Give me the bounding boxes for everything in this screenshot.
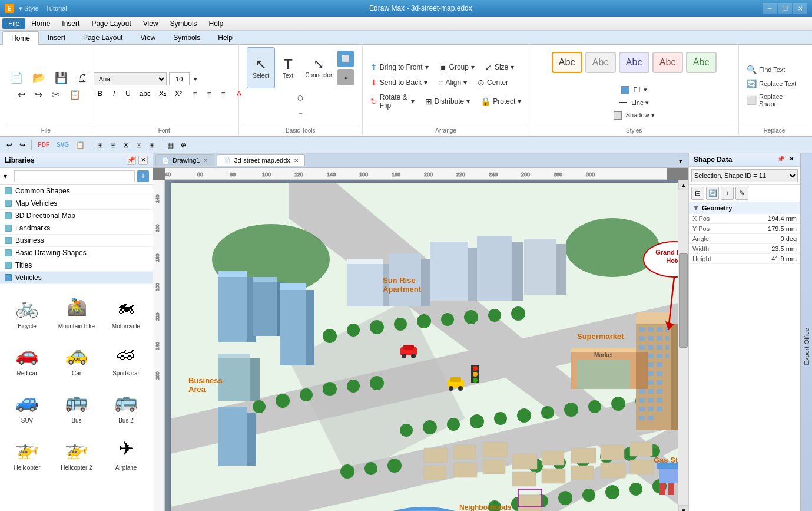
style-btn-4[interactable]: Abc [652,52,683,73]
new-btn[interactable]: 📄 [6,70,27,86]
tab-3d-street-map[interactable]: 📄 3d-street-map.eddx ✕ [217,154,304,166]
menu-view[interactable]: View [137,18,164,29]
tb2-btn5[interactable]: ⊞ [146,139,158,151]
sd-refresh-btn[interactable]: 🔄 [706,187,719,200]
lib-search-input[interactable] [14,170,135,182]
undo-quick-btn[interactable]: ↩ [4,139,15,151]
select-tool-btn[interactable]: ↖ Select [247,47,275,88]
lib-item-bus2[interactable]: 🚌 Bus 2 [102,382,150,427]
menu-home[interactable]: Home [25,18,56,29]
shape-id-select[interactable]: Selection, Shape ID = 11 [691,169,798,182]
menu-file[interactable]: File [2,18,25,29]
distribute-btn[interactable]: ⊞ Distribute ▾ [421,95,475,108]
tab-insert[interactable]: Insert [39,31,74,44]
undo-btn[interactable]: ↩ [14,87,29,102]
print-btn[interactable]: 🖨 [73,70,92,86]
export-btn[interactable]: 📋 [73,139,88,151]
scroll-down-btn[interactable]: ▼ [678,505,688,511]
paste-btn[interactable]: 📋 [65,87,85,102]
lib-cat-vehicles[interactable]: Vehicles [0,272,153,284]
title-tutorial-btn[interactable]: Tutorial [46,5,67,12]
shape-data-pin-btn[interactable]: 📌 [777,156,785,164]
lib-item-bus[interactable]: 🚌 Bus [53,382,100,427]
tb2-btn6[interactable]: ▦ [164,139,177,151]
shape-tool-2[interactable]: ⬥ [337,69,354,85]
style-btn-1[interactable]: Abc [552,52,582,73]
align-right-btn[interactable]: ≡ [217,88,230,99]
restore-button[interactable]: ❐ [778,3,792,14]
sd-edit-btn[interactable]: ✎ [735,187,748,200]
lib-add-btn[interactable]: + [137,170,149,182]
group-btn[interactable]: ▣ Group ▾ [435,61,479,74]
save-btn[interactable]: 💾 [51,70,72,86]
lib-item-helicopter[interactable]: 🚁 Helicopter [4,429,51,474]
center-btn[interactable]: ⊙ Center [473,76,512,89]
tab-3d-street-map-close[interactable]: ✕ [294,157,299,164]
style-btn-5[interactable]: Abc [686,52,717,73]
replace-text-btn[interactable]: 🔄 Replace Text [743,77,800,90]
menu-symbols[interactable]: Symbols [164,18,203,29]
tab-drawing1[interactable]: 📄 Drawing1 ✕ [155,154,214,166]
lib-item-bicycle[interactable]: 🚲 Bicycle [4,288,51,332]
lib-cat-titles[interactable]: Titles [0,259,153,272]
v-scroll-thumb[interactable] [679,253,688,348]
lib-item-red-car[interactable]: 🚗 Red car [4,335,51,380]
font-family-select[interactable]: Arial Times New Roman Calibri [94,72,167,85]
italic-btn[interactable]: I [108,88,121,99]
lib-item-car[interactable]: 🚕 Car [53,335,100,380]
cut-btn[interactable]: ✂ [48,87,64,102]
canvas-content[interactable]: Market [165,180,678,511]
text-tool-btn[interactable]: T Text [276,47,300,88]
align-center-btn[interactable]: ≡ [203,88,216,99]
tb2-btn1[interactable]: ⊞ [94,139,106,151]
fill-btn[interactable]: Fill ▾ [609,84,659,96]
style-btn-2[interactable]: Abc [585,52,616,73]
lib-item-mountain-bike[interactable]: 🚵 Mountain bike [53,288,100,332]
lib-item-helicopter2[interactable]: 🚁 Helicopter 2 [53,429,100,474]
tab-drawing1-close[interactable]: ✕ [203,157,208,164]
title-style-btn[interactable]: ▾ Style [19,5,39,12]
lib-cat-basic-drawing[interactable]: Basic Drawing Shapes [0,247,153,259]
rotate-flip-btn[interactable]: ↻ Rotate & Flip ▾ [366,91,419,111]
scroll-up-btn[interactable]: ▲ [678,180,688,190]
libraries-close-btn[interactable]: ✕ [138,156,148,165]
align-left-btn[interactable]: ≡ [188,88,201,99]
protect-btn[interactable]: 🔒 Protect ▾ [476,95,525,108]
lib-cat-common-shapes[interactable]: Common Shapes [0,185,153,197]
export-pdf-btn[interactable]: PDF [35,140,52,150]
menu-page-layout[interactable]: Page Layout [85,18,137,29]
lib-cat-map-vehicles[interactable]: Map Vehicles [0,197,153,210]
export-svg-btn[interactable]: SVG [54,140,72,150]
lib-cat-3d-map[interactable]: 3D Directional Map [0,210,153,222]
connector-tool-btn[interactable]: ⤡ Connector [301,47,336,88]
close-button[interactable]: ✕ [793,3,807,14]
lib-item-motorcycle[interactable]: 🏍 Motorcycle [102,288,150,332]
replace-shape-btn[interactable]: ⬜ Replace Shape [743,91,806,109]
tab-home[interactable]: Home [2,31,39,45]
send-to-back-btn[interactable]: ⬇ Send to Back ▾ [366,76,432,89]
shape-tool-1[interactable]: ⬜ [337,51,354,67]
lib-item-suv[interactable]: 🚙 SUV [4,382,51,427]
shape-data-close-btn[interactable]: ✕ [787,156,796,164]
libraries-pin-btn[interactable]: 📌 [127,156,136,165]
minimize-button[interactable]: ─ [763,3,777,14]
canvas-scrollbar-vertical[interactable]: ▲ ▼ [678,180,688,511]
tab-help[interactable]: Help [209,31,241,44]
underline-btn[interactable]: U [122,88,135,99]
export-office-panel[interactable]: Export Office [800,153,812,511]
shape-tool-4[interactable]: ⌒ [292,108,309,124]
tab-view[interactable]: View [131,31,164,44]
subscript-btn[interactable]: X₂ [155,88,170,99]
shape-tool-3[interactable]: ⬡ [292,90,309,106]
sd-filter-btn[interactable]: ⊟ [691,187,704,200]
menu-help[interactable]: Help [203,18,230,29]
lib-cat-business[interactable]: Business [0,235,153,247]
strikethrough-btn[interactable]: abc [136,88,154,99]
tb2-btn7[interactable]: ⊕ [178,139,190,151]
sd-add-btn[interactable]: + [721,187,734,200]
tb2-btn3[interactable]: ⊠ [120,139,132,151]
tb2-btn2[interactable]: ⊟ [107,139,119,151]
find-text-btn[interactable]: 🔍 Find Text [743,63,789,76]
lib-search-dropdown[interactable]: ▾ [4,172,12,180]
menu-insert[interactable]: Insert [56,18,85,29]
